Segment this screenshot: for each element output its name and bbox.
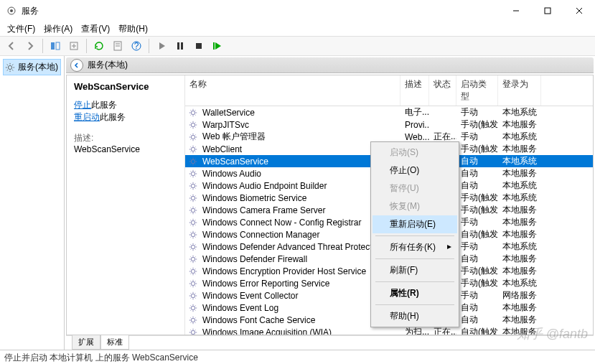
cell-startup: 自动 [456, 314, 498, 326]
crumb-label: 服务(本地) [88, 59, 128, 71]
cell-name: WalletService [198, 108, 400, 118]
cell-logon: 本地系统 [498, 106, 541, 118]
ctx-restart[interactable]: 重新启动(E) [373, 215, 457, 233]
cell-logon: 本地系统 [498, 241, 541, 253]
cell-logon: 本地服务 [498, 228, 541, 241]
show-hide-button[interactable] [47, 38, 64, 54]
stop-service-button[interactable] [190, 38, 207, 54]
svg-point-33 [191, 281, 195, 285]
restart-service-link[interactable]: 重启动 [74, 112, 100, 122]
cell-logon: 本地服务 [498, 216, 541, 228]
back-button[interactable] [3, 38, 20, 54]
svg-rect-14 [177, 42, 179, 50]
cell-logon: 本地服务 [498, 118, 541, 131]
list-header: 名称 描述 状态 启动类型 登录为 [185, 75, 593, 106]
tab-extended[interactable]: 扩展 [72, 335, 100, 350]
col-header-logon[interactable]: 登录为 [498, 75, 541, 106]
ctx-stop[interactable]: 停止(O) [373, 162, 457, 179]
close-button[interactable] [563, 0, 595, 22]
context-menu: 启动(S) 停止(O) 暂停(U) 恢复(M) 重新启动(E) 所有任务(K)▸… [370, 141, 459, 327]
cell-desc: Provi... [400, 120, 429, 130]
cell-name: WarpJITSvc [198, 120, 400, 130]
col-header-desc[interactable]: 描述 [400, 75, 429, 106]
maximize-button[interactable] [532, 0, 563, 22]
status-bar: 停止并启动 本地计算机 上的服务 WebScanService [0, 350, 595, 364]
menu-view[interactable]: 查看(V) [77, 22, 114, 37]
cell-logon: 本地服务 [498, 314, 541, 326]
cell-logon: 本地服务 [498, 143, 541, 155]
back-arrow-icon[interactable] [70, 59, 83, 72]
svg-rect-15 [181, 42, 183, 50]
cell-startup: 手动(触发... [456, 265, 498, 277]
svg-point-32 [191, 269, 195, 273]
menu-help[interactable]: 帮助(H) [114, 22, 152, 37]
svg-point-37 [191, 330, 195, 334]
menu-action[interactable]: 操作(A) [39, 22, 77, 37]
export-button[interactable] [65, 38, 83, 54]
svg-point-20 [191, 123, 195, 126]
svg-point-30 [191, 245, 195, 248]
svg-point-25 [191, 184, 195, 187]
ctx-start: 启动(S) [373, 144, 457, 162]
svg-point-35 [191, 306, 195, 309]
cell-startup: 手动 [456, 289, 498, 302]
col-header-name[interactable]: 名称 [185, 75, 400, 106]
service-list[interactable]: 名称 描述 状态 启动类型 登录为 WalletService电子...手动本地… [185, 75, 593, 335]
svg-point-22 [191, 147, 195, 151]
forward-button[interactable] [22, 38, 39, 54]
cell-logon: 本地服务 [498, 204, 541, 216]
cell-startup: 手动 [456, 131, 498, 143]
gear-icon [5, 62, 15, 73]
svg-point-23 [191, 159, 195, 163]
cell-logon: 本地服务 [498, 265, 541, 277]
nav-label: 服务(本地) [18, 61, 58, 73]
cell-startup: 手动(触发... [456, 277, 498, 289]
table-row[interactable]: WarpJITSvcProvi...手动(触发...本地服务 [185, 118, 593, 131]
help-button[interactable]: ? [128, 38, 145, 54]
svg-point-1 [10, 9, 13, 12]
title-bar: 服务 [0, 0, 595, 22]
svg-point-18 [8, 65, 11, 69]
cell-logon: 本地服务 [498, 302, 541, 314]
restart-service-button[interactable] [209, 38, 226, 54]
stop-service-link[interactable]: 停止 [74, 100, 91, 110]
start-service-button[interactable] [153, 38, 170, 54]
svg-rect-3 [545, 8, 551, 14]
cell-startup: 手动(触发... [456, 143, 498, 155]
description-label: 描述: [74, 132, 177, 144]
minimize-button[interactable] [500, 0, 532, 22]
ctx-help[interactable]: 帮助(H) [373, 307, 457, 325]
breadcrumb: 服务(本地) [66, 57, 594, 73]
cell-startup: 自动 [456, 253, 498, 265]
svg-rect-6 [51, 42, 55, 50]
cell-logon: 网络服务 [498, 289, 541, 302]
refresh-button[interactable] [90, 38, 108, 54]
cell-startup: 自动 [456, 179, 498, 192]
tab-standard[interactable]: 标准 [100, 335, 129, 350]
cell-startup: 自动 [456, 302, 498, 314]
cell-logon: 本地系统 [498, 179, 541, 192]
svg-point-21 [191, 135, 195, 139]
cell-logon: 本地系统 [498, 131, 541, 143]
properties-button[interactable] [109, 38, 126, 54]
ctx-all-tasks[interactable]: 所有任务(K)▸ [373, 238, 457, 256]
selected-service-name: WebScanService [74, 81, 177, 92]
svg-point-34 [191, 294, 195, 297]
svg-point-36 [191, 318, 195, 322]
ctx-pause: 暂停(U) [373, 179, 457, 197]
table-row[interactable]: WalletService电子...手动本地系统 [185, 106, 593, 118]
svg-point-31 [191, 257, 195, 261]
col-header-status[interactable]: 状态 [429, 75, 456, 106]
toolbar: ? [0, 36, 595, 56]
pause-service-button[interactable] [172, 38, 189, 54]
cell-startup: 手动(触发... [456, 192, 498, 204]
menu-file[interactable]: 文件(F) [3, 22, 39, 37]
cell-name: Windows Image Acquisition (WIA) [198, 327, 400, 335]
ctx-refresh[interactable]: 刷新(F) [373, 261, 457, 279]
nav-services-local[interactable]: 服务(本地) [3, 59, 61, 75]
col-header-startup[interactable]: 启动类型 [456, 75, 498, 106]
ctx-properties[interactable]: 属性(R) [373, 284, 457, 302]
cell-startup: 手动 [456, 106, 498, 118]
submenu-arrow-icon: ▸ [447, 241, 451, 251]
cell-logon: 本地系统 [498, 155, 541, 167]
